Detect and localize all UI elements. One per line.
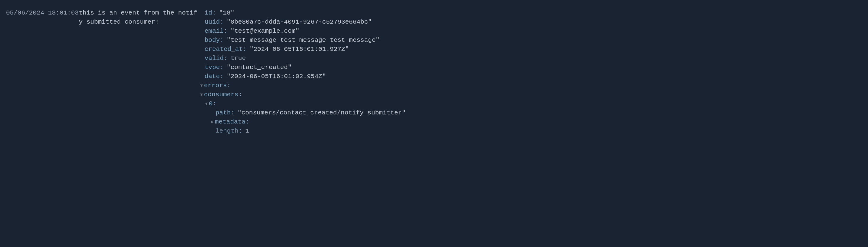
kv-row: uuid:"8be80a7c-ddda-4091-9267-c52793e664… [198, 17, 862, 27]
errors-key: errors [204, 81, 227, 90]
kv-key: date [205, 72, 220, 81]
kv-row: body:"test message test message test mes… [198, 36, 862, 45]
chevron-down-icon[interactable]: ▼ [199, 92, 204, 98]
kv-row: date:"2024-06-05T16:01:02.954Z" [198, 72, 862, 81]
kv-value: 2024-06-05T16:01:01.927Z [253, 45, 345, 54]
consumer-path-row: path: "consumers/contact_created/notify_… [198, 108, 862, 117]
kv-value: 18 [223, 8, 230, 17]
consumer-index-row[interactable]: ▼ 0: [198, 99, 862, 108]
length-key: length [216, 127, 239, 136]
kv-value: test message test message test message [230, 36, 376, 45]
chevron-right-icon[interactable]: ▶ [210, 119, 215, 125]
kv-key: body [205, 36, 220, 45]
kv-key: type [205, 63, 220, 72]
length-value: 1 [245, 127, 249, 136]
kv-value: 8be80a7c-ddda-4091-9267-c52793e664bc [230, 17, 368, 27]
kv-key: email [205, 27, 224, 36]
kv-row: email:"test@example.com" [198, 27, 862, 36]
consumer-path-value: consumers/contact_created/notify_submitt… [242, 108, 402, 117]
kv-key: created_at [205, 45, 243, 54]
consumers-key: consumers [204, 90, 238, 99]
log-timestamp: 05/06/2024 18:01:03 [6, 8, 79, 136]
length-row: length: 1 [198, 127, 862, 136]
kv-value: contact_created [230, 63, 288, 72]
errors-row[interactable]: ▼ errors: [198, 81, 862, 90]
consumers-row[interactable]: ▼ consumers: [198, 90, 862, 99]
chevron-down-icon[interactable]: ▼ [199, 83, 204, 89]
metadata-row[interactable]: ▶ metadata: [198, 117, 862, 127]
kv-value: 2024-06-05T16:01:02.954Z [230, 72, 322, 81]
log-entry: 05/06/2024 18:01:03 this is an event fro… [6, 8, 862, 136]
consumer-index-key: 0 [209, 99, 213, 108]
kv-row: valid:true [198, 54, 862, 63]
kv-key: id [205, 8, 212, 17]
kv-value: test@example.com [234, 27, 296, 36]
chevron-down-icon[interactable]: ▼ [204, 101, 209, 107]
metadata-key: metadata [215, 117, 246, 127]
kv-row: type:"contact_created" [198, 63, 862, 72]
kv-key: valid [205, 54, 224, 63]
kv-row: created_at:"2024-06-05T16:01:01.927Z" [198, 45, 862, 54]
kv-key: uuid [205, 17, 220, 27]
kv-value: true [230, 54, 246, 63]
consumer-path-key: path [216, 108, 230, 117]
kv-row: id:"18" [198, 8, 862, 17]
log-message: this is an event from the notify submitt… [79, 8, 198, 136]
event-data: id:"18"uuid:"8be80a7c-ddda-4091-9267-c52… [198, 8, 862, 136]
